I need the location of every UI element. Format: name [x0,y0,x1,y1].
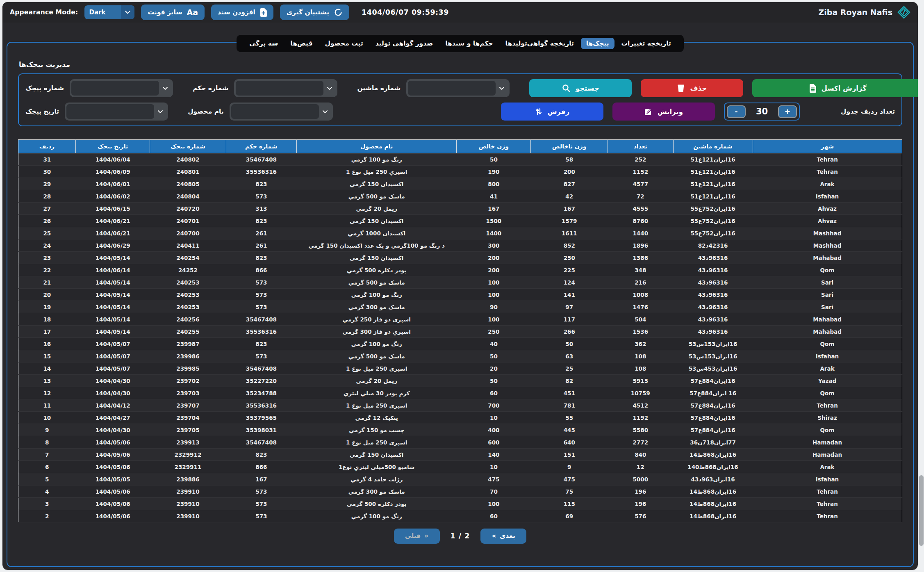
bijak-number-select[interactable] [70,79,173,97]
refresh-arrows-icon [535,107,542,116]
table-row[interactable]: 161404/05/07239987823رنگ مو 100 گرمي4050… [18,338,902,350]
table-cell: 100 [457,498,531,510]
table-cell: 50 [457,153,531,166]
table-row[interactable]: 51404/05/05239886167رژلب جامد 4 گرمي4754… [18,473,902,485]
tab-0[interactable]: تاریخچه تغییرات [616,38,676,49]
next-page-label: بعدی [500,532,515,540]
table-cell: اکسيدان 150 گرمي [297,215,457,227]
filter-panel: شماره بیجک شماره حکم شماره ماشین [18,73,902,126]
table-cell: 240256 [150,313,226,326]
table-row[interactable]: 261404/06/21240701823اکسيدان 150 گرمي150… [18,215,902,227]
table-cell: Qom [753,264,902,276]
delete-button[interactable]: حذف [641,79,743,97]
font-size-button[interactable]: سایز فونت Aa [141,5,205,20]
font-size-label: سایز فونت [148,9,182,16]
table-row[interactable]: 311404/06/0424080235467408رنگ مو 100 گرم… [18,153,902,166]
increase-rows-button[interactable]: + [778,105,797,118]
filter-group-order-number: شماره حکم [193,79,337,97]
table-cell: 16 ايران884ع57 [673,387,753,399]
column-header[interactable]: وزن ناخالص [531,140,608,153]
tab-5[interactable]: ثبت محصول [320,38,369,49]
table-row[interactable]: 211404/05/14240253573ماسک مو 500 گرمي100… [18,276,902,289]
table-cell: 25 [18,227,76,239]
backup-button[interactable]: پشتیبان گیری [280,5,349,20]
table-row[interactable]: 151404/05/07239986573ماسک مو 500 گرمي506… [18,350,902,362]
column-header[interactable]: شماره حکم [226,140,296,153]
column-header[interactable]: شماره ماشین [673,140,753,153]
add-document-button[interactable]: افزودن سند [211,5,273,20]
table-cell: Sari [753,276,902,289]
table-cell: 1404/05/06 [76,436,150,449]
scrollbar-thumb[interactable] [919,475,924,546]
edit-button[interactable]: ویرایش [612,103,715,121]
table-row[interactable]: 181404/05/1424025635467408اسپري دو فاز 2… [18,313,902,326]
filter-group-bijak-date: تاریخ بیجک [25,103,168,121]
table-cell: 35536316 [226,166,296,178]
table-row[interactable]: 241404/06/29240411261د رنگ مو 100گرمي و … [18,239,902,252]
table-row[interactable]: 171404/05/1424025535536316اسپري دو فاز 3… [18,326,902,338]
bijak-date-select[interactable] [65,103,168,121]
bijak-date-field [66,104,154,119]
table-cell: Sari [753,289,902,301]
table-cell: 240802 [150,153,226,166]
appearance-mode-select[interactable]: Dark [84,5,134,19]
excel-report-button[interactable]: گزارش اکسل [752,79,918,97]
column-header[interactable]: شهر [753,140,902,153]
table-cell: 261 [226,239,296,252]
table-cell: 240801 [150,166,226,178]
table-cell: 77ايران718ن36 [673,436,753,449]
column-header[interactable]: وزن خالص [457,140,531,153]
table-cell: اکسيدان 150 گرمي [297,252,457,264]
table-cell: 29 [18,178,76,190]
table-cell: 23 [18,252,76,264]
table-row[interactable]: 111404/04/1223970735536316اسپري 250 ميل … [18,399,902,412]
table-row[interactable]: 131404/04/3023970235227220ريمل 20 گرمي50… [18,375,902,387]
table-row[interactable]: 101404/04/2723970435379565پنکيک 12 گرمي1… [18,412,902,424]
table-row[interactable]: 81404/05/0623991335467408اسپري 250 ميل ن… [18,436,902,449]
table-row[interactable]: 291404/06/01240805823اکسيدان 150 گرمي800… [18,178,902,190]
table-row[interactable]: 21404/05/06239910573رنگ مو 100 گرمي60695… [18,510,902,522]
excel-file-icon [809,84,816,93]
table-cell: 504 [608,313,674,326]
table-row[interactable]: 61404/05/062329911866شامپو 500ميلي ليتري… [18,461,902,473]
table-cell: 5580 [608,424,674,436]
table-row[interactable]: 41404/05/06239910573ماسک مو 300 گرمي7075… [18,485,902,498]
table-cell: رنگ مو 100 گرمي [297,153,457,166]
table-row[interactable]: 251404/06/21240700261اکسيدان 1000 گرمي14… [18,227,902,239]
table-row[interactable]: 221404/06/1424252866پودر دکلره 500 گرمي2… [18,264,902,276]
next-page-button[interactable]: « بعدی [480,529,526,544]
table-row[interactable]: 91404/04/3023970535398031چسب مو 150 گرمي… [18,424,902,436]
action-row-1: جستجو حذف گزارش اکسل [529,79,918,97]
tab-1[interactable]: بیجک‌ها [581,38,614,49]
column-header[interactable]: تعداد [608,140,674,153]
table-row[interactable]: 231404/05/14240254823اکسيدان 150 گرمي200… [18,252,902,264]
table-cell: 140 [457,449,531,461]
column-header[interactable]: ردیف [18,140,76,153]
refresh-button[interactable]: رفرش [501,103,603,121]
table-row[interactable]: 121404/04/3023970335234788کرم پودر 30 مي… [18,387,902,399]
scrollbar[interactable] [919,22,924,570]
table-row[interactable]: 281404/06/02240804573ماسک مو 500 گرمي414… [18,190,902,203]
table-row[interactable]: 271404/06/15240720313ريمل 20 گرمي1671674… [18,203,902,215]
decrease-rows-button[interactable]: - [727,105,746,118]
column-header[interactable]: تاریخ بیجک [76,140,150,153]
prev-page-button[interactable]: قبلی » [394,529,440,544]
tab-4[interactable]: صدور گواهی تولید [370,38,438,49]
machine-number-select[interactable] [406,79,510,97]
table-cell: 20 [18,289,76,301]
table-row[interactable]: 201404/05/14240253573رنگ مو 100 گرمي1001… [18,289,902,301]
table-row[interactable]: 191404/05/14240253573ماسک مو 300 گرمي909… [18,301,902,313]
order-number-select[interactable] [234,79,337,97]
tab-6[interactable]: قبض‌ها [285,38,318,49]
table-row[interactable]: 71404/05/062329912823اکسيدان 150 گرمي140… [18,449,902,461]
product-name-select[interactable] [230,103,333,121]
tab-2[interactable]: تاریخچه گواهی‌تولیدها [500,38,579,49]
column-header[interactable]: نام محصول [297,140,457,153]
table-row[interactable]: 301404/06/0924080135536316اسپري 250 ميل … [18,166,902,178]
search-button[interactable]: جستجو [529,79,632,97]
table-row[interactable]: 141404/05/0723998535467408اسپري 250 ميل … [18,362,902,375]
column-header[interactable]: شماره بیجک [150,140,226,153]
tab-7[interactable]: سه برگی [244,38,283,49]
table-row[interactable]: 31404/05/06239910573پودر دکلره 500 گرمي1… [18,498,902,510]
tab-3[interactable]: حکم‌ها و سندها [440,38,498,49]
